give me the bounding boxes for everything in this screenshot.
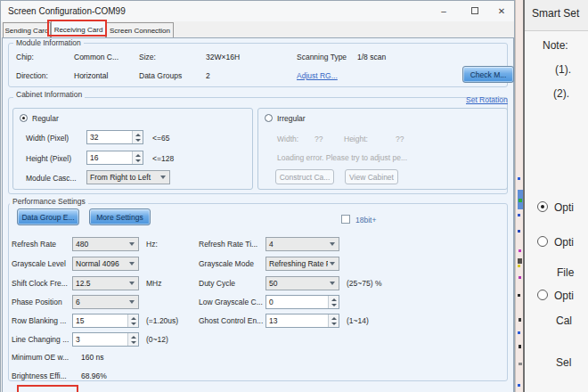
option-3-label: Opti [554, 290, 574, 302]
window-artifact [518, 384, 520, 387]
18bit-label: 18bit+ [355, 216, 376, 225]
window-artifact [519, 249, 521, 252]
shift-clock-select[interactable]: 12.5 [72, 276, 139, 290]
module-information-title: Module Information [13, 38, 84, 47]
height-pixel-value: 16 [87, 151, 132, 164]
view-cabinet-button[interactable]: View Cabinet [345, 169, 398, 184]
stepper-arrows-icon[interactable] [328, 314, 339, 327]
refresh-rate-select[interactable]: 480 [72, 237, 139, 251]
direction-value: Horizontal [74, 71, 108, 80]
row-blanking-stepper[interactable]: 15 [72, 314, 139, 328]
size-value: 32W×16H [206, 53, 240, 61]
18bit-checkbox[interactable] [341, 215, 350, 224]
chevron-down-icon [129, 242, 135, 246]
data-group-exchange-button[interactable]: Data Group E... [17, 208, 79, 225]
grayscale-level-label: Grayscale Level [12, 259, 66, 268]
irregular-height-label: Height: [344, 135, 368, 143]
data-groups-label: Data Groups [139, 71, 182, 80]
option-1-radio[interactable] [537, 201, 548, 212]
more-settings-button[interactable]: More Settings [89, 208, 151, 225]
module-cascade-select[interactable]: From Right to Left [86, 170, 170, 184]
check-module-button[interactable]: Check M... [462, 66, 514, 83]
module-information-group [8, 43, 508, 87]
height-hint: <=128 [152, 154, 174, 163]
grayscale-mode-label: Grayscale Mode [199, 259, 254, 268]
maximize-button[interactable] [461, 1, 488, 20]
chevron-down-icon [129, 282, 135, 285]
set-rotation-link[interactable]: Set Rotation [466, 95, 508, 104]
phase-position-value: 6 [73, 298, 127, 306]
minimize-icon: – [441, 6, 446, 16]
width-hint: <=65 [152, 134, 169, 143]
stepper-arrows-icon[interactable] [132, 131, 143, 143]
grayscale-level-select[interactable]: Normal 4096 [72, 257, 139, 271]
smart-set-window: Smart Set Note: (1). (2). Opti Opti File… [523, 0, 588, 392]
grayscale-mode-select[interactable]: Refreshing Rate Pri [265, 257, 339, 271]
close-button[interactable]: ✕ [488, 1, 515, 20]
grayscale-mode-value: Refreshing Rate Pri [266, 259, 328, 268]
module-cascade-label: Module Casc... [26, 174, 77, 183]
duty-cycle-value: 50 [266, 279, 328, 288]
annotation-receiving-card-tab [47, 20, 107, 37]
data-groups-value: 2 [206, 71, 210, 80]
brightness-efficiency-label: Brightness Effi... [12, 372, 67, 380]
regular-radio[interactable] [20, 114, 28, 122]
adjust-rg-link[interactable]: Adjust RG... [297, 71, 338, 80]
minimum-oe-label: Minimum OE w... [12, 353, 69, 362]
option-1-label: Opti [554, 201, 574, 214]
refresh-rate-times-label: Refresh Rate Ti... [199, 240, 257, 249]
stepper-arrows-icon[interactable] [132, 151, 143, 164]
refresh-rate-value: 480 [73, 240, 127, 249]
chevron-down-icon [129, 262, 135, 265]
scanning-type-label: Scanning Type [297, 53, 347, 61]
window-artifact [518, 294, 520, 297]
window-artifact [518, 230, 520, 233]
irregular-radio[interactable] [265, 114, 273, 122]
row-blanking-label: Row Blanking ... [12, 316, 66, 325]
window-artifact [518, 214, 520, 216]
title-bar: Screen Configuration-COM99 – ✕ [1, 1, 514, 21]
irregular-width-value: ?? [314, 135, 323, 143]
irregular-error-text: Loading error. Please try to adjust pe..… [277, 153, 407, 162]
refresh-rate-label: Refresh Rate [12, 240, 56, 249]
background-window-sliver [515, 0, 523, 392]
irregular-radio-label: Irregular [277, 114, 306, 123]
ghost-control-hint: (1~14) [347, 316, 369, 325]
row-blanking-hint: (=1.20us) [146, 316, 178, 325]
refresh-rate-times-select[interactable]: 4 [265, 237, 339, 251]
chevron-down-icon [129, 300, 135, 304]
cabinet-information-title: Cabinet Information [13, 90, 85, 99]
duty-cycle-select[interactable]: 50 [265, 276, 339, 290]
shift-clock-label: Shift Clock Fre... [12, 279, 68, 288]
tab-screen-connection[interactable]: Screen Connection [106, 22, 174, 37]
chevron-down-icon [330, 282, 335, 285]
option-2-radio[interactable] [537, 236, 548, 247]
chip-label: Chip: [16, 53, 34, 61]
window-artifact [518, 258, 522, 264]
note-label: Note: [543, 39, 568, 52]
cal-label: Cal [556, 314, 572, 327]
height-pixel-stepper[interactable]: 16 [86, 151, 143, 165]
line-changing-stepper[interactable]: 3 [72, 332, 139, 347]
phase-position-select[interactable]: 6 [72, 295, 139, 309]
construct-cabinet-button[interactable]: Construct Ca... [275, 169, 334, 184]
window-artifact [519, 199, 522, 202]
stepper-arrows-icon[interactable] [127, 333, 138, 346]
note-item-2: (2). [553, 87, 569, 100]
dialog-title: Screen Configuration-COM99 [8, 6, 126, 16]
minimize-button[interactable]: – [430, 1, 457, 20]
low-grayscale-stepper[interactable]: 0 [265, 295, 339, 309]
window-artifact [519, 345, 521, 348]
irregular-width-label: Width: [277, 135, 298, 143]
option-3-radio[interactable] [537, 290, 548, 300]
width-pixel-stepper[interactable]: 32 [86, 130, 143, 144]
tab-sending-card[interactable]: Sending Card [3, 22, 51, 37]
window-artifact [519, 276, 521, 279]
regular-radio-label: Regular [32, 114, 59, 123]
stepper-arrows-icon[interactable] [328, 296, 339, 308]
low-grayscale-value: 0 [266, 296, 328, 308]
chevron-down-icon [160, 176, 166, 179]
ghost-control-stepper[interactable]: 13 [265, 314, 339, 328]
stepper-arrows-icon[interactable] [127, 314, 138, 327]
module-cascade-value: From Right to Left [87, 173, 159, 182]
